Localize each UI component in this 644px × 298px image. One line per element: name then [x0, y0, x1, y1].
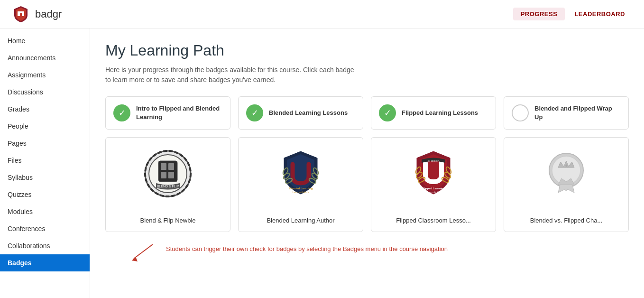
badge-label-newbie: Blend & Flip Newbie — [140, 217, 195, 224]
check-icon-blended-lessons: ✓ — [246, 104, 263, 121]
badge-card-wrap-up[interactable]: Blended and Flipped Wrap Up — [504, 96, 629, 130]
sidebar-item-assignments[interactable]: Assignments — [0, 66, 90, 84]
sidebar-item-people[interactable]: People — [0, 118, 90, 135]
sidebar-item-announcements[interactable]: Announcements — [0, 49, 90, 66]
sidebar-item-home[interactable]: Home — [0, 32, 90, 49]
svg-rect-8 — [168, 163, 174, 170]
bottom-badge-row: BLEND & FLIP Blend & Flip Newbie — [105, 137, 629, 232]
layout: Home Announcements Assignments Discussio… — [0, 28, 644, 298]
badge-card-flipped-lessons[interactable]: ✓ Flipped Learning Lessons — [371, 96, 496, 130]
leaderboard-button[interactable]: LEADERBOARD — [567, 8, 633, 20]
page-description: Here is your progress through the badges… — [105, 65, 629, 85]
svg-rect-9 — [161, 172, 166, 178]
annotation-area: Students can trigger their own check for… — [105, 240, 629, 263]
svg-text:Flipped Learning: Flipped Learning — [422, 187, 445, 190]
sidebar-item-grades[interactable]: Grades — [0, 101, 90, 118]
svg-text:FLIPPED: FLIPPED — [427, 160, 440, 163]
progress-button[interactable]: PROGRESS — [513, 8, 565, 20]
svg-text:Blended Learning: Blended Learning — [289, 187, 313, 190]
badge-label-blended-author: Blended Learning Author — [267, 217, 334, 224]
badge-label-flipped-classroom: Flipped Classroom Lesso... — [396, 217, 471, 224]
badge-card-blended-author[interactable]: Blended Learning Lesson Author Blended L… — [238, 137, 363, 232]
svg-rect-7 — [161, 163, 166, 170]
badgr-logo-icon — [11, 5, 30, 24]
badge-image-blended-author: Blended Learning Lesson Author — [272, 145, 329, 202]
badge-label-flipped-lessons: Flipped Learning Lessons — [402, 109, 478, 117]
sidebar-item-files[interactable]: Files — [0, 152, 90, 169]
badge-card-locked[interactable]: ★ Blended vs. Flipped Cha... — [504, 137, 629, 232]
check-icon-flipped-lessons: ✓ — [379, 104, 396, 121]
svg-rect-10 — [168, 172, 174, 178]
badge-label-intro: Intro to Flipped and Blended Learning — [136, 104, 222, 121]
sidebar-item-pages[interactable]: Pages — [0, 135, 90, 152]
sidebar: Home Announcements Assignments Discussio… — [0, 28, 90, 298]
badge-image-newbie: BLEND & FLIP — [139, 145, 196, 202]
annotation-text: Students can trigger their own check for… — [166, 245, 448, 252]
badge-label-locked: Blended vs. Flipped Cha... — [530, 217, 602, 224]
sidebar-item-discussions[interactable]: Discussions — [0, 84, 90, 101]
svg-text:Lesson Author: Lesson Author — [425, 191, 442, 194]
sidebar-item-modules[interactable]: Modules — [0, 203, 90, 220]
badge-card-newbie[interactable]: BLEND & FLIP Blend & Flip Newbie — [105, 137, 230, 232]
sidebar-item-badges[interactable]: Badges — [0, 254, 90, 271]
badge-label-blended-lessons: Blended Learning Lessons — [269, 109, 348, 117]
badge-card-blended-lessons[interactable]: ✓ Blended Learning Lessons — [238, 96, 363, 130]
arrow-annotation — [124, 240, 162, 263]
main-content: My Learning Path Here is your progress t… — [90, 28, 644, 298]
badge-image-locked: ★ — [538, 145, 595, 202]
badge-card-flipped-classroom[interactable]: FLIPPED Flipped Learning Lesson Author F… — [371, 137, 496, 232]
badge-label-wrap-up: Blended and Flipped Wrap Up — [534, 104, 621, 121]
header: badgr PROGRESS LEADERBOARD — [0, 0, 644, 28]
sidebar-item-collaborations[interactable]: Collaborations — [0, 237, 90, 254]
top-badge-row: ✓ Intro to Flipped and Blended Learning … — [105, 96, 629, 130]
logo-text: badgr — [35, 8, 62, 20]
sidebar-item-syllabus[interactable]: Syllabus — [0, 169, 90, 186]
sidebar-item-quizzes[interactable]: Quizzes — [0, 186, 90, 203]
badge-card-intro[interactable]: ✓ Intro to Flipped and Blended Learning — [105, 96, 230, 130]
svg-text:★: ★ — [564, 163, 569, 168]
sidebar-item-conferences[interactable]: Conferences — [0, 220, 90, 237]
page-title: My Learning Path — [105, 42, 629, 59]
check-icon-intro: ✓ — [113, 104, 130, 121]
svg-text:BLEND & FLIP: BLEND & FLIP — [157, 185, 179, 188]
header-nav: PROGRESS LEADERBOARD — [513, 8, 633, 20]
svg-rect-2 — [18, 11, 24, 13]
svg-text:Lesson Author: Lesson Author — [292, 191, 309, 194]
logo-area: badgr — [11, 5, 62, 24]
badge-image-flipped-classroom: FLIPPED Flipped Learning Lesson Author — [405, 145, 462, 202]
check-icon-wrap-up — [512, 104, 529, 121]
svg-line-33 — [134, 244, 153, 259]
